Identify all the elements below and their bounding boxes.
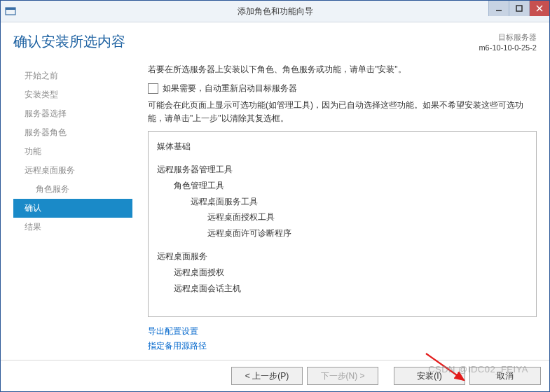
- auto-restart-row[interactable]: 如果需要，自动重新启动目标服务器: [148, 83, 537, 94]
- previous-button[interactable]: < 上一步(P): [231, 367, 303, 385]
- content-pane: 若要在所选服务器上安装以下角色、角色服务或功能，请单击"安装"。 如果需要，自动…: [132, 64, 537, 354]
- svg-rect-1: [6, 8, 15, 10]
- auto-restart-label: 如果需要，自动重新启动目标服务器: [163, 83, 297, 94]
- wizard-window: 添加角色和功能向导 确认安装所选内容 目标服务器 m6-10-10-0-25-2…: [0, 0, 550, 392]
- main-split: 开始之前安装类型服务器选择服务器角色功能远程桌面服务角色服务确认结果 若要在所选…: [13, 64, 537, 354]
- target-server-label: 目标服务器: [479, 32, 537, 43]
- header-row: 确认安装所选内容 目标服务器 m6-10-10-0-25-2: [13, 32, 537, 54]
- close-button[interactable]: [529, 1, 549, 16]
- optional-features-note: 可能会在此页面上显示可选功能(如管理工具)，因为已自动选择这些功能。如果不希望安…: [148, 99, 537, 125]
- sidebar-step-8[interactable]: 结果: [13, 218, 132, 237]
- intro-text: 若要在所选服务器上安装以下角色、角色服务或功能，请单击"安装"。: [148, 64, 537, 76]
- selection-item: 远程桌面授权: [157, 265, 528, 281]
- sidebar-step-7: 确认: [13, 199, 132, 218]
- selection-item: 远程桌面会话主机: [157, 281, 528, 297]
- sidebar-step-5[interactable]: 远程桌面服务: [13, 161, 132, 180]
- wizard-body: 确认安装所选内容 目标服务器 m6-10-10-0-25-2 开始之前安装类型服…: [1, 22, 549, 360]
- selection-item: 远程桌面授权工具: [157, 209, 528, 225]
- alt-source-link[interactable]: 指定备用源路径: [148, 341, 207, 351]
- selection-item: 远程桌面许可诊断程序: [157, 225, 528, 241]
- target-server-name: m6-10-10-0-25-2: [479, 43, 537, 53]
- page-title: 确认安装所选内容: [13, 32, 125, 51]
- window-buttons: [488, 1, 549, 16]
- svg-rect-3: [516, 6, 522, 11]
- next-button: 下一步(N) >: [307, 367, 378, 385]
- window-title: 添加角色和功能向导: [1, 6, 549, 18]
- sidebar-step-2[interactable]: 服务器选择: [13, 104, 132, 123]
- bottom-links: 导出配置设置 指定备用源路径: [148, 324, 537, 354]
- selection-item: 远程桌面服务工具: [157, 194, 528, 210]
- sidebar-step-0[interactable]: 开始之前: [13, 66, 132, 85]
- export-config-link[interactable]: 导出配置设置: [148, 326, 198, 336]
- selection-list[interactable]: 媒体基础远程服务器管理工具角色管理工具远程桌面服务工具远程桌面授权工具远程桌面许…: [148, 131, 537, 317]
- app-icon: [5, 6, 16, 17]
- sidebar-step-6[interactable]: 角色服务: [13, 180, 132, 199]
- maximize-button[interactable]: [509, 1, 529, 16]
- selection-item: 远程服务器管理工具: [157, 162, 528, 178]
- sidebar-step-4[interactable]: 功能: [13, 142, 132, 161]
- cancel-button[interactable]: 取消: [469, 367, 541, 385]
- footer-buttons: < 上一步(P) 下一步(N) > 安装(I) 取消: [1, 360, 549, 391]
- selection-item: 角色管理工具: [157, 178, 528, 194]
- target-server-info: 目标服务器 m6-10-10-0-25-2: [479, 32, 537, 54]
- minimize-button[interactable]: [488, 1, 509, 16]
- sidebar-step-1[interactable]: 安装类型: [13, 85, 132, 104]
- auto-restart-checkbox[interactable]: [148, 83, 158, 94]
- title-bar: 添加角色和功能向导: [1, 1, 549, 22]
- selection-item: 媒体基础: [157, 139, 528, 155]
- wizard-steps-sidebar: 开始之前安装类型服务器选择服务器角色功能远程桌面服务角色服务确认结果: [13, 64, 132, 354]
- install-button[interactable]: 安装(I): [394, 367, 465, 385]
- selection-item: 远程桌面服务: [157, 248, 528, 265]
- sidebar-step-3[interactable]: 服务器角色: [13, 123, 132, 142]
